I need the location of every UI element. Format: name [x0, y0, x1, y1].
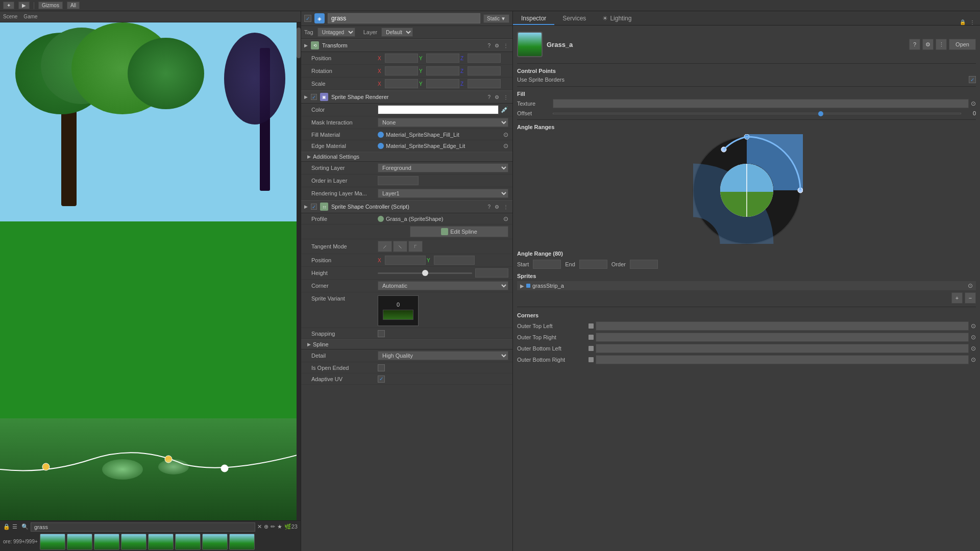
sorting-layer-select[interactable]: Foreground: [378, 163, 508, 172]
search-input[interactable]: [31, 522, 255, 532]
scene-scrollbar-thumb[interactable]: [297, 28, 301, 58]
rendering-layer-select[interactable]: Layer1: [378, 189, 508, 198]
offset-track[interactable]: [553, 113, 961, 114]
static-btn[interactable]: Static ▼: [483, 14, 509, 23]
texture-input[interactable]: grassFill_a: [553, 99, 969, 108]
rot-x-input[interactable]: 0: [385, 66, 418, 76]
ssr-settings-btn[interactable]: ⚙: [494, 94, 500, 100]
tangent-btn-2[interactable]: ⟍: [393, 241, 407, 252]
ssr-more-btn[interactable]: ⋮: [502, 94, 509, 100]
transform-help-btn[interactable]: ?: [486, 43, 492, 48]
spline-pos-x-input[interactable]: -5.3759°: [385, 256, 426, 265]
ssc-help-btn[interactable]: ?: [486, 204, 492, 210]
clear-icon[interactable]: ✕: [257, 523, 262, 530]
height-input[interactable]: 1: [475, 268, 508, 278]
scene-scrollbar[interactable]: [297, 22, 301, 520]
transform-settings-btn[interactable]: ⚙: [494, 43, 500, 48]
edge-material-picker[interactable]: ⊙: [503, 142, 508, 149]
end-input[interactable]: -40: [579, 260, 607, 269]
rot-y-input[interactable]: 0: [426, 66, 459, 76]
go-active-checkbox[interactable]: [304, 15, 311, 22]
ssr-help-btn[interactable]: ?: [486, 94, 492, 100]
sprite-expand-icon[interactable]: ▶: [520, 283, 524, 289]
transform-header[interactable]: ▶ ⟲ Transform ? ⚙ ⋮: [301, 39, 512, 52]
outer-bottom-right-picker[interactable]: ⊙: [971, 356, 976, 363]
use-sprite-borders-checkbox[interactable]: [969, 76, 976, 83]
transform-btns: ? ⚙ ⋮: [486, 43, 509, 48]
profile-picker[interactable]: ⊙: [503, 215, 508, 222]
game-mode-btn[interactable]: ▶: [18, 2, 30, 9]
adaptive-uv-checkbox[interactable]: [378, 375, 385, 383]
order-input[interactable]: 3: [630, 260, 658, 269]
texture-picker[interactable]: ⊙: [971, 100, 976, 107]
scale-y-input[interactable]: 1.5: [426, 79, 459, 88]
color-preview[interactable]: [378, 105, 499, 114]
sprite-add-btn[interactable]: +: [951, 292, 963, 304]
fill-material-picker[interactable]: ⊙: [503, 131, 508, 138]
height-slider-track[interactable]: [378, 272, 472, 274]
scale-x-input[interactable]: 1.5: [385, 79, 418, 88]
outer-top-left-picker[interactable]: ⊙: [971, 322, 976, 330]
gizmos-btn[interactable]: Gizmos: [38, 2, 63, 9]
pos-y-input[interactable]: -9.89: [426, 54, 459, 63]
order-in-layer-row: Order in Layer 40: [301, 174, 512, 187]
scale-z-input[interactable]: 1: [468, 79, 501, 88]
layer-label: Layer: [363, 29, 378, 35]
ssr-active-checkbox[interactable]: [311, 94, 317, 100]
ssc-settings-btn[interactable]: ⚙: [494, 204, 500, 210]
scene-mode-btn[interactable]: ✦: [3, 2, 14, 9]
detail-select[interactable]: High Quality: [378, 351, 508, 360]
start-input[interactable]: 40: [533, 260, 561, 269]
outer-top-right-picker[interactable]: ⊙: [971, 334, 976, 341]
asset-header-btns: ? ⚙ ⋮ Open: [909, 39, 976, 50]
outer-top-left-input[interactable]: None (Sprite): [596, 321, 969, 331]
ssr-header[interactable]: ▶ ▣ Sprite Shape Renderer ? ⚙ ⋮: [301, 90, 512, 104]
pos-z-input[interactable]: 0: [468, 54, 501, 63]
asset-question-btn[interactable]: ?: [909, 39, 920, 50]
ssc-header[interactable]: ▶ ⚏ Sprite Shape Controller (Script) ? ⚙…: [301, 200, 512, 213]
rot-z-input[interactable]: 0: [468, 66, 501, 76]
pos-x-input[interactable]: -27.36: [385, 54, 418, 63]
edit-spline-btn[interactable]: Edit Spline: [410, 226, 508, 237]
order-in-layer-input[interactable]: 40: [378, 176, 419, 185]
ssc-more-btn[interactable]: ⋮: [502, 204, 509, 210]
tag-select[interactable]: Untagged: [317, 28, 355, 37]
transform-more-btn[interactable]: ⋮: [502, 43, 509, 48]
inspector-more-btn[interactable]: ⋮: [969, 19, 976, 25]
all-btn[interactable]: All: [67, 2, 80, 9]
ssc-active-checkbox[interactable]: [311, 204, 317, 210]
outer-bottom-right-input[interactable]: None (Sprite): [596, 355, 969, 364]
go-name-input[interactable]: [328, 13, 480, 23]
spline-pos-y-input[interactable]: 5.511154: [434, 256, 475, 265]
outer-bottom-left-picker[interactable]: ⊙: [971, 345, 976, 352]
tab-services[interactable]: Services: [554, 13, 594, 25]
is-open-ended-checkbox[interactable]: [378, 364, 385, 371]
inspector-lock-btn[interactable]: 🔒: [959, 19, 967, 25]
rot-y-label: Y: [419, 68, 425, 74]
height-row: Height 1: [301, 267, 512, 280]
corner-select[interactable]: Automatic: [378, 281, 508, 290]
spline-section-header[interactable]: ▶ Spline: [301, 339, 512, 349]
tangent-btn-3[interactable]: ⟌: [408, 241, 423, 252]
tab-lighting[interactable]: ☀ Lighting: [594, 13, 640, 25]
open-btn[interactable]: Open: [949, 39, 976, 50]
inspector-right-scroll[interactable]: Grass_a ? ⚙ ⋮ Open Control Points Use Sp…: [513, 26, 980, 551]
offset-thumb[interactable]: [818, 111, 823, 116]
sprite-remove-btn[interactable]: −: [965, 292, 976, 304]
outer-top-right-input[interactable]: None (Sprite): [596, 333, 969, 342]
layer-select[interactable]: Default: [381, 28, 413, 37]
tab-inspector[interactable]: Inspector: [513, 13, 554, 25]
asset-settings-btn[interactable]: ⚙: [922, 39, 934, 50]
height-slider-thumb[interactable]: [422, 270, 428, 276]
mask-interaction-select[interactable]: None: [378, 118, 508, 127]
svg-point-0: [42, 463, 50, 470]
inspector-scroll[interactable]: ▶ ⟲ Transform ? ⚙ ⋮ Position X -27.36 Y: [301, 39, 512, 551]
eyedropper-icon[interactable]: 💉: [501, 106, 508, 113]
scene-toolbar: Scene Game: [0, 11, 301, 22]
snapping-checkbox[interactable]: [378, 330, 385, 337]
additional-settings-header[interactable]: ▶ Additional Settings: [301, 152, 512, 162]
tangent-btn-1[interactable]: ⟋: [378, 241, 392, 252]
asset-more-btn[interactable]: ⋮: [936, 39, 947, 50]
sprite-row-picker[interactable]: ⊙: [968, 282, 973, 289]
outer-bottom-left-input[interactable]: None (Sprite): [596, 344, 969, 353]
